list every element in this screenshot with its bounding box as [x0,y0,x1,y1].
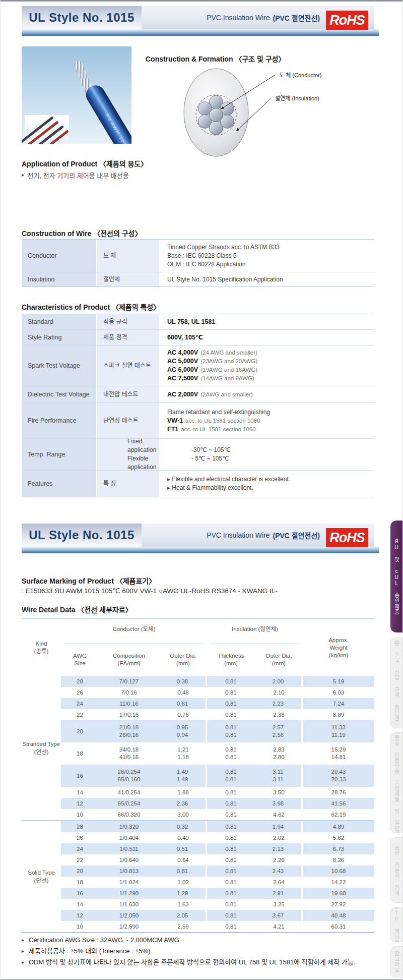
row-label-kr: 적용 규격 [97,314,160,329]
construction-table: Conductor도 체Tinned Copper Strands acc. t… [22,239,374,287]
outer-dia-cell: 0.950.94 [159,720,207,742]
side-tab-4[interactable]: 산업용 공장 자동화 기계 케이블 [390,837,402,903]
table-row: 241/0.5110.510.812.136.73 [22,843,374,854]
diagram-title: Construction & Formation 〈구조 및 구성〉 [146,53,286,64]
side-tab-3[interactable]: 전기용품 안전인증 승인제품 및 일반제품 [390,732,402,833]
row-label-line: 내전압 테스트 [103,390,159,399]
weight-cell: 28.76 [303,787,374,798]
table-row: 2217/0.160.760.812.388.89 [22,709,374,720]
characteristics-table: Standard적용 규격UL 758, UL 1581Style Rating… [22,314,374,497]
subtitle-kr: (PVC 절연전선) [273,530,320,540]
row-label-en: Insulation [22,272,97,286]
row-label-en: Fire Performance [22,403,97,438]
table-row: Style Rating제품 정격600V, 105℃ [22,330,374,345]
awg-cell: 10 [61,809,99,820]
side-tab-1[interactable]: ЯU 및 cUL 승인제품 [390,521,402,632]
table-row: 1066/0.3203.000.814.6262.19 [22,809,374,820]
weight-cell: 41.56 [303,798,374,809]
outer-dia-cell: 0.38 [159,676,207,687]
cross-section-diagram: 도 체 (Conductor) 절연체 (Insulation) [177,65,378,158]
outer-dia-cell: 1.29 [159,888,207,899]
thickness-cell: 0.81 [207,921,255,932]
table-row: Spark Test Voltage스파크 절연 테스트AC 4,000V(24… [22,345,374,386]
composition-cell: 65/0.254 [99,798,159,809]
col-header-thickness: Thickness(mm) [207,648,255,672]
row-label-kr: 특 징 [97,471,160,497]
thickness-cell: 0.81 [207,821,255,832]
table-row: Temp. RangeFixed applicationFlexible app… [22,439,374,471]
bullet-icon: ▸ [22,946,29,956]
weight-cell: 8.26 [303,854,374,866]
awg-cell: 26 [61,832,99,843]
table-row: Standard적용 규격UL 758, UL 1581 [22,314,374,330]
outer-dia-cell: 1.211.18 [159,742,207,765]
row-label-kr: 내전압 테스트 [97,386,160,402]
outer-dia-cell: 0.61 [159,698,207,709]
footer-notes: ▸Certification AWG Size : 32AWG ~ 2,000M… [22,935,374,968]
row-label-line: Flexible application [103,454,159,472]
value-line: VW-1acc. to UL 1581 section 1080 [167,417,374,425]
side-tab-label: ㉿ 한국 산업 규격 승인제품 [393,641,400,726]
side-tab-6[interactable]: 참고자료 [390,946,402,977]
composition-cell: 1/0.404 [99,832,159,843]
table-row: 141/1.6301.630.813.2527.92 [22,899,374,910]
value-line: Tinned Copper Strands acc. to ASTM B33 [167,243,374,252]
side-tab-label: 산업용 공장 자동화 기계 케이블 [393,837,400,903]
outer-dia2-cell: 2.26 [255,854,303,866]
outer-dia-cell: 2.36 [159,798,207,809]
outer-dia2-cell: 3.98 [255,798,303,809]
conductor-label: 도 체 (Conductor) [279,72,321,78]
side-tab-2[interactable]: ㉿ 한국 산업 규격 승인제품 [390,638,402,728]
value-bold: UL 758, UL 1581 [167,318,215,325]
page-title: UL Style No. 1015 [29,11,134,25]
value-line: AC 2,000V(2AWG and smaller) [167,390,374,399]
row-label-en: Style Rating [22,330,97,345]
row-label-line: 특 징 [103,480,159,488]
conductor-group-underline [65,644,203,644]
table-row: 287/0.1270.380.812.005.19 [22,676,374,687]
weight-cell: 15.2914.81 [303,742,374,765]
side-tab-5[interactable]: UTP 케이블 [390,907,402,942]
row-label-en: Spark Test Voltage [22,345,97,386]
row-label-line: Fixed application [103,437,159,454]
value-line: - 5℃ ~ 105℃ [167,454,374,463]
characteristics-heading: Characteristics of Product 〈제품의 특성〉 [22,302,160,312]
value-bold: 600V, 105℃ [167,334,203,341]
table-row: 181/1.0241.020.812.6414.22 [22,877,374,888]
value-text: (24 AWG and smaller) [200,350,257,356]
outer-dia2-cell: 2.23 [255,698,303,709]
table-row: Conductor도 체Tinned Copper Strands acc. t… [22,240,374,272]
weight-cell: 19.60 [303,888,374,899]
header-title-block: UL Style No. 1015 [22,524,142,547]
table-row: 2021/0.1826/0.160.950.940.810.812.572.56… [22,720,374,742]
header-title-block: UL Style No. 1015 [22,6,142,29]
side-tab-label: 전기용품 안전인증 승인제품 및 일반제품 [393,732,400,833]
rohs-logo: RoHS [326,11,368,30]
row-value: -30℃ ~ 105℃- 5℃ ~ 105℃ [160,439,374,470]
thickness-cell: 0.810.81 [207,742,255,765]
table-row: 101/2.5902.590.814.2160.31 [22,921,374,932]
outer-dia2-cell: 3.67 [255,910,303,921]
outer-dia2-cell: 2.38 [255,709,303,720]
outer-dia-cell: 1.491.49 [159,765,207,787]
row-label-kr: Fixed applicationFlexible application [97,439,160,470]
value-line: AC 5,000V(23AWG and 20AWG) [167,357,374,366]
row-value: UL 758, UL 1581 [160,314,374,329]
note-text: Certification AWG Size : 32AWG ~ 2,000MC… [29,935,374,945]
row-label-line: 절연체 [103,275,159,284]
col-group-insulation: Insulation (절연체) [207,624,303,633]
note-item: ▸Certification AWG Size : 32AWG ~ 2,000M… [22,935,374,945]
table-row: 1441/0.2541.880.813.5028.76 [22,787,374,798]
thickness-cell: 0.810.81 [207,765,255,787]
thickness-cell: 0.81 [207,866,255,877]
outer-dia-cell: 3.00 [159,809,207,820]
value-text: - 5℃ ~ 105℃ [191,455,229,462]
outer-dia2-cell: 2.43 [255,866,303,877]
weight-cell: 60.31 [303,921,374,932]
outer-dia2-cell: 4.62 [255,809,303,820]
value-line: ▸ Heat & Flammability excellent. [167,484,374,492]
col-header-outer-dia-1: Outer Dia.(mm) [159,648,207,672]
outer-dia2-cell: 2.10 [255,687,303,698]
table-row: 161/1.2901.290.812.9119.60 [22,888,374,899]
awg-cell: 16 [61,765,99,787]
